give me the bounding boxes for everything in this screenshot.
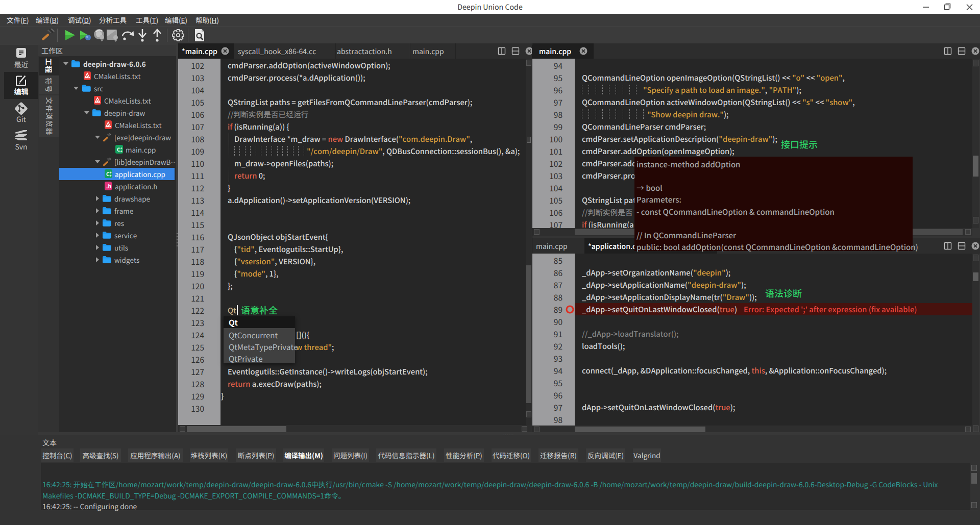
svg-text:+: + [110, 173, 112, 178]
svg-text:+: + [120, 148, 122, 154]
svg-text:.h: .h [106, 182, 111, 190]
